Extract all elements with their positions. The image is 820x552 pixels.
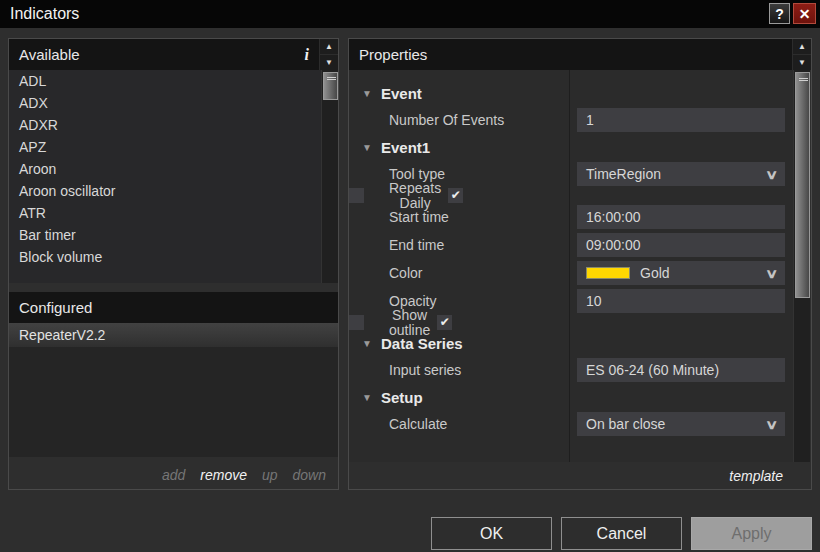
available-item-adx[interactable]: ADX [9, 92, 338, 114]
property-label: Number Of Events [349, 112, 570, 128]
section-data-series: ▼Data Series [349, 330, 794, 356]
down-link[interactable]: down [293, 467, 326, 483]
available-item-aroon[interactable]: Aroon [9, 158, 338, 180]
property-field: TimeRegion∨ [577, 162, 785, 186]
property-field: ✔ [437, 315, 452, 330]
property-field: 16:00:00 [577, 205, 785, 229]
available-item-adxr[interactable]: ADXR [9, 114, 338, 136]
available-header-label: Available [9, 46, 305, 63]
available-item-apz[interactable]: APZ [9, 136, 338, 158]
property-label: Start time [349, 209, 570, 225]
collapse-icon[interactable]: ▼ [357, 338, 377, 349]
help-button[interactable]: ? [769, 3, 790, 24]
number-of-events-input[interactable]: 1 [577, 108, 785, 132]
available-header: Available i ▲ ▼ [9, 39, 338, 70]
properties-scroll-spinner: ▲ ▼ [792, 39, 811, 70]
available-item-aroon-oscillator[interactable]: Aroon oscillator [9, 180, 338, 202]
info-icon[interactable]: i [305, 46, 319, 64]
properties-body: ▼EventNumber Of Events1▼Event1Tool typeT… [349, 70, 794, 462]
property-label: Input series [349, 362, 570, 378]
available-item-atr[interactable]: ATR [9, 202, 338, 224]
section-setup: ▼Setup [349, 384, 794, 410]
available-item-bar-timer[interactable]: Bar timer [9, 224, 338, 246]
configured-list: RepeaterV2.2 [9, 323, 338, 457]
close-icon: ✕ [799, 6, 811, 22]
section-event: ▼Event [349, 80, 794, 106]
properties-scrollbar[interactable] [793, 70, 810, 462]
indicator-lists-panel: Available i ▲ ▼ ADLADXADXRAPZAroonAroon … [8, 38, 339, 490]
property-row-end-time: End time09:00:00 [349, 231, 794, 259]
titlebar[interactable]: Indicators ? ✕ [0, 0, 820, 28]
calculate-dropdown[interactable]: On bar close [577, 412, 785, 436]
cancel-button[interactable]: Cancel [561, 517, 682, 550]
property-row-repeats-daily: Repeats Daily✔ [349, 188, 364, 203]
configured-header-label: Configured [9, 299, 338, 316]
section-label: Event1 [381, 139, 430, 156]
apply-button[interactable]: Apply [691, 517, 812, 550]
property-field: ✔ [448, 188, 463, 203]
indicators-dialog: Indicators ? ✕ Available i ▲ ▼ ADLADXADX… [0, 0, 820, 552]
repeats-daily-checkbox[interactable]: ✔ [448, 188, 463, 203]
property-row-color: ColorGold∨ [349, 259, 794, 287]
property-label: End time [349, 237, 570, 253]
remove-link[interactable]: remove [200, 467, 247, 483]
property-row-input-series: Input seriesES 06-24 (60 Minute) [349, 356, 794, 384]
end-time-input[interactable]: 09:00:00 [577, 233, 785, 257]
scroll-down-icon[interactable]: ▼ [320, 55, 338, 70]
scroll-up-icon[interactable]: ▲ [793, 39, 811, 55]
up-link[interactable]: up [262, 467, 278, 483]
add-link[interactable]: add [162, 467, 185, 483]
property-field: On bar close∨ [577, 412, 785, 436]
property-field: ES 06-24 (60 Minute) [577, 358, 785, 382]
dialog-footer: OK Cancel Apply [0, 517, 820, 550]
gold-color-swatch [586, 267, 630, 279]
property-row-start-time: Start time16:00:00 [349, 203, 794, 231]
property-row-number-of-events: Number Of Events1 [349, 106, 794, 134]
start-time-input[interactable]: 16:00:00 [577, 205, 785, 229]
properties-header: Properties ▲ ▼ [349, 39, 811, 70]
configured-item-repeaterv2-2[interactable]: RepeaterV2.2 [9, 323, 338, 347]
property-label: Color [349, 265, 570, 281]
property-row-show-outline: Show outline✔ [349, 315, 364, 330]
available-list: ADLADXADXRAPZAroonAroon oscillatorATRBar… [9, 70, 338, 283]
properties-panel: Properties ▲ ▼ ▼EventNumber Of Events1▼E… [348, 38, 812, 490]
section-event1: ▼Event1 [349, 134, 794, 160]
window-title: Indicators [0, 5, 79, 23]
template-link[interactable]: template [729, 468, 783, 484]
configured-header: Configured [9, 292, 338, 323]
section-label: Setup [381, 389, 423, 406]
collapse-icon[interactable]: ▼ [357, 392, 377, 403]
section-label: Data Series [381, 335, 463, 352]
property-field: Gold∨ [577, 261, 785, 285]
collapse-icon[interactable]: ▼ [357, 88, 377, 99]
property-field: 1 [577, 108, 785, 132]
available-item-block-volume[interactable]: Block volume [9, 246, 338, 268]
property-row-calculate: CalculateOn bar close∨ [349, 410, 794, 438]
properties-rows: ▼EventNumber Of Events1▼Event1Tool typeT… [349, 80, 794, 438]
section-label: Event [381, 85, 422, 102]
properties-scrollbar-thumb[interactable] [795, 72, 810, 298]
opacity-input[interactable]: 10 [577, 289, 785, 313]
list-actions: addremoveupdown [9, 467, 338, 483]
collapse-icon[interactable]: ▼ [357, 142, 377, 153]
scroll-up-icon[interactable]: ▲ [320, 39, 338, 55]
property-label: Calculate [349, 416, 570, 432]
property-field: 09:00:00 [577, 233, 785, 257]
properties-header-label: Properties [349, 46, 792, 63]
input-series-input[interactable]: ES 06-24 (60 Minute) [577, 358, 785, 382]
available-scrollbar[interactable] [321, 70, 338, 283]
scroll-down-icon[interactable]: ▼ [793, 55, 811, 70]
close-button[interactable]: ✕ [793, 3, 816, 24]
show-outline-checkbox[interactable]: ✔ [437, 315, 452, 330]
tool-type-dropdown[interactable]: TimeRegion [577, 162, 785, 186]
available-item-adl[interactable]: ADL [9, 70, 338, 92]
available-scrollbar-thumb[interactable] [323, 72, 338, 100]
property-field: 10 [577, 289, 785, 313]
ok-button[interactable]: OK [431, 517, 552, 550]
available-scroll-spinner: ▲ ▼ [319, 39, 338, 70]
